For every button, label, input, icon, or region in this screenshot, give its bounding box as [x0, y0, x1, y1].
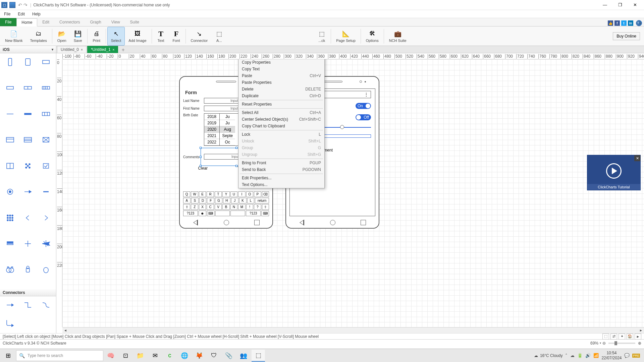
shape-cols[interactable]	[38, 107, 54, 121]
tool-icon-4[interactable]: 🏠	[627, 334, 633, 340]
explorer-icon[interactable]: 📁	[133, 350, 147, 362]
add-image-button[interactable]: 🖼Add Image	[125, 27, 150, 46]
menu-item[interactable]: Text Options...	[238, 181, 324, 188]
text-button[interactable]: TText	[153, 27, 169, 46]
new-blank-button[interactable]: 📄New Blank	[1, 27, 26, 46]
edge-icon[interactable]: 🌐	[178, 350, 191, 362]
menu-item[interactable]: Paste Properties	[238, 79, 324, 86]
key[interactable]: ⌨	[261, 210, 269, 216]
key[interactable]: ⌨	[207, 210, 215, 216]
menu-help[interactable]: Help	[31, 11, 42, 17]
thumbs-icon[interactable]: 👍	[608, 20, 613, 26]
tab-view[interactable]: View	[106, 18, 125, 26]
close-tab-icon[interactable]: ×	[81, 48, 83, 52]
teams-icon[interactable]: 👥	[237, 350, 250, 362]
shape-minus[interactable]	[38, 185, 54, 198]
taskbar-search[interactable]: 🔍Type here to search	[16, 350, 103, 361]
select-button[interactable]: ↖Select	[107, 27, 125, 46]
shape-stack[interactable]	[2, 237, 18, 250]
shape-thickline[interactable]	[20, 107, 36, 121]
nch-suite-button[interactable]: 💼NCH Suite	[385, 27, 410, 46]
connectors-panel[interactable]	[0, 296, 56, 333]
templates-button[interactable]: 🗂Templates	[26, 27, 51, 46]
menu-item[interactable]: Send to BackPGDOWN	[238, 166, 324, 173]
shape-plus[interactable]	[20, 237, 36, 250]
wifi-icon[interactable]: 📶	[593, 353, 599, 358]
save-icon[interactable]	[9, 2, 15, 8]
start-button[interactable]: ⊞	[1, 350, 15, 362]
minimize-button[interactable]: —	[597, 0, 612, 10]
back-button[interactable]: ⬚...ck	[314, 27, 329, 46]
close-tutorial-button[interactable]: ✕	[634, 155, 640, 161]
conn-elbow[interactable]	[20, 298, 36, 312]
shape-line[interactable]	[2, 107, 18, 121]
conn-bend[interactable]	[2, 316, 18, 329]
tab-home[interactable]: Home	[16, 18, 37, 26]
pre-icon[interactable]: PRE	[632, 354, 640, 358]
key[interactable]	[230, 210, 245, 216]
shape-phone[interactable]	[2, 55, 18, 69]
key[interactable]: !	[246, 204, 253, 210]
key[interactable]: C	[207, 204, 214, 210]
shape-table[interactable]	[20, 133, 36, 146]
connector-button[interactable]: ↘Connector	[187, 27, 212, 46]
buy-online-button[interactable]: Buy Online	[613, 32, 640, 40]
key[interactable]: J	[231, 198, 238, 203]
key[interactable]: ?123	[246, 210, 261, 216]
key[interactable]: P	[254, 191, 261, 197]
tab-file[interactable]: File	[0, 18, 16, 26]
shape-plane[interactable]	[38, 237, 54, 250]
key[interactable]: ☻	[199, 210, 206, 216]
key[interactable]	[215, 210, 230, 216]
menu-file[interactable]: File	[3, 11, 12, 17]
tab-edit[interactable]: Edit	[37, 18, 54, 26]
zoom-in-button[interactable]: ⊕	[638, 341, 641, 346]
play-icon[interactable]	[606, 163, 622, 179]
brain-icon[interactable]: 🧠	[104, 350, 117, 362]
open-button[interactable]: 📂Open	[54, 27, 70, 46]
task-view-icon[interactable]: ⊡	[119, 350, 132, 362]
clock[interactable]: 10:5422/07/2024	[601, 351, 622, 360]
maximize-button[interactable]: ❐	[612, 0, 628, 10]
shape-keyboard[interactable]	[38, 81, 54, 95]
toggle-off[interactable]: Off	[356, 114, 371, 120]
key[interactable]: Y	[222, 191, 229, 197]
doc-tab-0[interactable]: Untitled_0×	[57, 46, 87, 53]
key[interactable]: E	[199, 191, 206, 197]
key[interactable]: ⇧	[183, 204, 190, 210]
tab-graph[interactable]: Graph	[85, 18, 106, 26]
key[interactable]: V	[215, 204, 222, 210]
scroll-left-icon[interactable]: ◄	[62, 328, 68, 333]
battery-icon[interactable]: 🔋	[577, 353, 583, 358]
tool-icon-3[interactable]: ✦	[619, 334, 625, 340]
save-button[interactable]: 💾Save	[70, 27, 86, 46]
facebook-icon[interactable]: f	[614, 20, 620, 26]
shape-clock[interactable]	[2, 263, 18, 277]
key[interactable]: D	[199, 198, 207, 203]
key[interactable]: I	[238, 191, 245, 197]
shape-chev-right[interactable]	[38, 211, 54, 225]
security-icon[interactable]: 🛡	[207, 350, 221, 362]
tool-icon-5[interactable]: ►	[635, 334, 641, 340]
zoom-dropdown-icon[interactable]: ▾	[600, 342, 601, 345]
menu-item[interactable]: Edit Properties...	[238, 175, 324, 181]
shape-check[interactable]	[38, 159, 54, 173]
tab-suite[interactable]: Suite	[125, 18, 144, 26]
canvas[interactable]: Form Last NameInput yo First NameInput y…	[62, 59, 644, 327]
key[interactable]: T	[215, 191, 222, 197]
shape-x[interactable]	[38, 133, 54, 146]
office-icon[interactable]: 📎	[222, 350, 235, 362]
menu-item[interactable]: Copy Text	[238, 66, 324, 72]
key[interactable]: ⇧	[262, 204, 269, 210]
sidebar-head-connectors[interactable]: Connectors	[0, 289, 56, 296]
firefox-icon[interactable]: 🦊	[193, 350, 206, 362]
menu-item[interactable]: Bring to FrontPGUP	[238, 160, 324, 166]
shape-apple[interactable]	[38, 263, 54, 277]
menu-edit[interactable]: Edit	[16, 11, 26, 17]
key[interactable]: return	[255, 198, 269, 203]
menu-item[interactable]: Center Selected Object(s)Ctrl+Shift+C	[238, 116, 324, 123]
menu-item[interactable]: Reset Properties	[238, 101, 324, 108]
shape-keypad[interactable]	[2, 211, 18, 225]
redo-arrow-icon[interactable]: ↷	[23, 2, 28, 8]
font-button[interactable]: FFont	[169, 27, 184, 46]
